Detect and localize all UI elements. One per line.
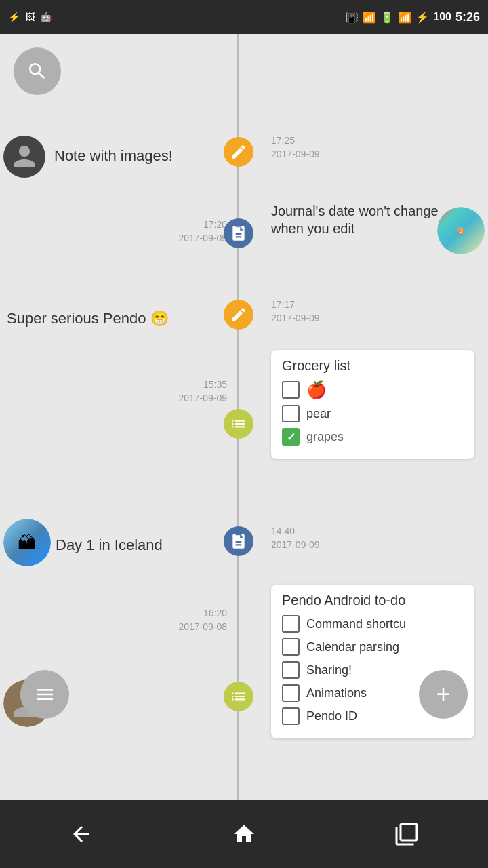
status-left-icons: ⚡ 🖼 🤖 (8, 12, 52, 22)
pendo-time: 17:17 2017-09-09 (271, 298, 320, 325)
node-pendo-todo (224, 682, 253, 711)
pendo-todo-title: Pendo Android to-do (282, 593, 464, 608)
note-images-time: 17:25 2017-09-09 (271, 134, 320, 161)
vibrate-icon: 📳 (345, 11, 359, 24)
grocery-item-grapes[interactable]: grapes (282, 428, 464, 446)
back-icon (69, 822, 94, 846)
avatar-iceland: 🏔 (3, 519, 51, 566)
iceland-time: 14:40 2017-09-09 (271, 525, 320, 551)
home-button[interactable] (227, 817, 261, 851)
signal-icon: 📶 (398, 11, 411, 24)
pendo-id-label: Pendo ID (306, 709, 357, 724)
grocery-card[interactable]: Grocery list 🍎 pear grapes (271, 350, 474, 459)
journal-time: 17:20 2017-09-09 (105, 218, 227, 245)
node-pendo (224, 300, 253, 330)
iceland-item[interactable]: Day 1 in Iceland (56, 526, 218, 564)
journal-item[interactable]: Journal's date won't change when you edi… (271, 202, 454, 237)
node-journal (224, 218, 253, 248)
checkbox-pear[interactable] (282, 405, 300, 422)
status-time: 5:26 (455, 10, 480, 24)
menu-fab[interactable] (20, 670, 69, 719)
checkbox-sharing[interactable] (282, 661, 300, 679)
apple-emoji: 🍎 (306, 380, 327, 399)
note-images-item[interactable]: Note with images! (54, 136, 230, 176)
pear-label: pear (306, 407, 331, 421)
battery-icon: 🔋 (380, 11, 394, 24)
main-content: Note with images! 17:25 2017-09-09 17:20… (0, 34, 488, 800)
back-button[interactable] (64, 817, 98, 851)
image-icon: 🖼 (25, 12, 35, 22)
note-images-title: Note with images! (54, 147, 173, 165)
grocery-title: Grocery list (282, 358, 464, 374)
node-note-images (224, 137, 253, 167)
status-right-icons: 📳 📶 🔋 📶 ⚡ 100 5:26 (345, 10, 480, 24)
grocery-item-pear[interactable]: pear (282, 405, 464, 422)
pendo-title: Super serious Pendo 😁 (7, 310, 169, 328)
animations-label: Animations (306, 686, 367, 701)
todo-item-calendar[interactable]: Calendar parsing (282, 638, 464, 656)
checkbox-apple[interactable] (282, 381, 300, 399)
checkbox-shortcut[interactable] (282, 615, 300, 633)
search-button[interactable] (14, 47, 61, 95)
menu-icon (34, 684, 56, 705)
wifi-icon: 📶 (363, 11, 376, 24)
battery-percent: 100 (433, 11, 451, 23)
checkbox-pendo-id[interactable] (282, 707, 300, 725)
iceland-title: Day 1 in Iceland (56, 536, 163, 554)
search-icon (26, 60, 48, 82)
usb-icon: ⚡ (8, 12, 20, 22)
todo-item-shortcut[interactable]: Command shortcu (282, 615, 464, 633)
grapes-label: grapes (306, 430, 344, 444)
avatar-journal: 🎨 (437, 207, 485, 254)
node-iceland (224, 526, 253, 556)
checkbox-calendar[interactable] (282, 638, 300, 656)
calendar-label: Calendar parsing (306, 640, 399, 654)
add-icon: + (436, 680, 450, 709)
shortcut-label: Command shortcu (306, 617, 406, 631)
add-fab[interactable]: + (419, 670, 468, 719)
grocery-item-apple[interactable]: 🍎 (282, 380, 464, 399)
node-grocery (224, 409, 253, 439)
bolt-icon: ⚡ (415, 11, 429, 24)
checkbox-animations[interactable] (282, 684, 300, 702)
bottom-nav (0, 800, 488, 868)
status-bar: ⚡ 🖼 🤖 📳 📶 🔋 📶 ⚡ 100 5:26 (0, 0, 488, 34)
pendo-item[interactable]: Super serious Pendo 😁 (7, 300, 217, 338)
android-icon: 🤖 (40, 12, 52, 22)
recent-apps-button[interactable] (390, 817, 424, 851)
journal-title: Journal's date won't change when you edi… (271, 202, 454, 237)
grocery-time: 15:35 2017-09-09 (105, 378, 227, 405)
checkbox-grapes[interactable] (282, 428, 300, 446)
avatar-note-images (3, 136, 45, 178)
grocery-card-inner: Grocery list 🍎 pear grapes (271, 350, 474, 459)
recent-apps-icon (394, 822, 419, 846)
pendo-todo-time: 16:20 2017-09-08 (105, 607, 227, 633)
sharing-label: Sharing! (306, 663, 352, 677)
home-icon (232, 822, 256, 846)
